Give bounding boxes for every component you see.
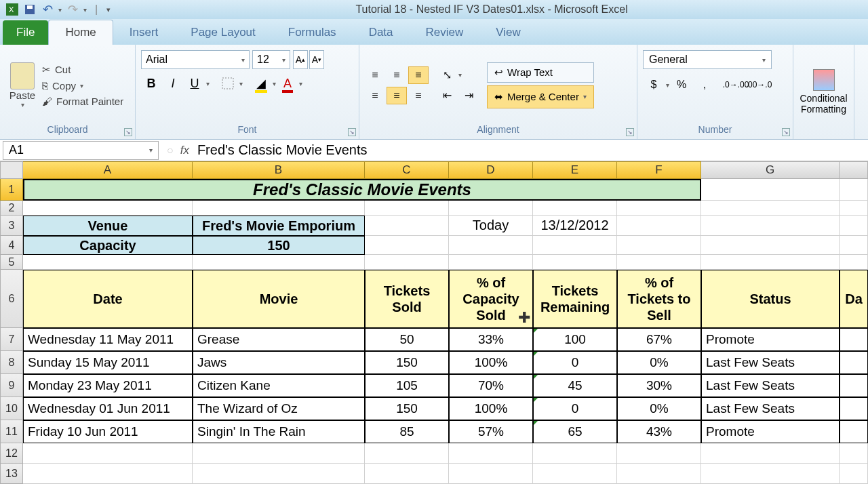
cell-movie-3[interactable]: The Wizard of Oz [193,397,365,420]
table-header-4[interactable]: Tickets Remaining [533,270,617,328]
cell-blank[interactable] [617,216,701,236]
row-header-9[interactable]: 9 [0,374,23,397]
conditional-formatting-icon[interactable] [813,69,835,91]
row-header-1[interactable]: 1 [0,179,23,201]
cell-status-2[interactable]: Last Few Seats [701,374,840,397]
cell-blank[interactable] [23,443,193,464]
cell-movie-4[interactable]: Singin' In The Rain [193,420,365,443]
cell-blank[interactable] [840,179,868,201]
col-header-E[interactable]: E [533,161,617,179]
cell-blank[interactable] [617,255,701,270]
cell-blank[interactable] [449,201,533,216]
cell-blank[interactable] [840,255,868,270]
cell-blank[interactable] [365,201,449,216]
col-header-D[interactable]: D [449,161,533,179]
cell-blank[interactable] [23,464,193,484]
col-header-F[interactable]: F [617,161,701,179]
paste-button[interactable]: Paste ▾ [5,60,39,111]
border-button[interactable] [218,73,238,94]
cell-sold-1[interactable]: 150 [365,351,449,374]
col-header-B[interactable]: B [193,161,365,179]
cell-pctsell-0[interactable]: 67% [617,328,701,351]
fx-icon[interactable]: fx [180,144,189,157]
cell-pctsell-4[interactable]: 43% [617,420,701,443]
align-bottom-button[interactable]: ≡ [408,66,429,84]
number-dialog-launcher[interactable]: ↘ [782,128,790,136]
cell-pct-2[interactable]: 70% [449,374,533,397]
cell-date-3[interactable]: Wednesday 01 Jun 2011 [23,397,193,420]
row-header-3[interactable]: 3 [0,216,23,236]
align-top-button[interactable]: ≡ [365,66,385,84]
cell-extra-4[interactable] [840,420,868,443]
redo-icon[interactable]: ↷ [66,3,79,16]
save-icon[interactable] [23,3,37,16]
cell-pct-1[interactable]: 100% [449,351,533,374]
cell-pct-3[interactable]: 100% [449,397,533,420]
row-header-12[interactable]: 12 [0,443,23,464]
accounting-button[interactable]: $ [643,75,665,95]
align-middle-button[interactable]: ≡ [387,66,407,84]
row-header-11[interactable]: 11 [0,420,23,443]
table-header-5[interactable]: % of Tickets to Sell [617,270,701,328]
tab-formulas[interactable]: Formulas [272,20,353,45]
file-tab[interactable]: File [3,20,48,45]
cell-blank[interactable] [23,255,193,270]
tab-review[interactable]: Review [410,20,480,45]
cell-sold-2[interactable]: 105 [365,374,449,397]
cell-date-2[interactable]: Monday 23 May 2011 [23,374,193,397]
decrease-indent-button[interactable]: ⇤ [437,87,457,104]
table-header-3[interactable]: % of Capacity Sold [449,270,533,328]
orientation-button[interactable]: ⤡ [437,66,457,84]
number-format-select[interactable]: General▾ [643,50,772,69]
cell-remain-4[interactable]: 65 [533,420,617,443]
cell-pct-4[interactable]: 57% [449,420,533,443]
cut-button[interactable]: ✂Cut [42,64,123,76]
cell-extra-1[interactable] [840,351,868,374]
row-header-10[interactable]: 10 [0,397,23,420]
cell-blank[interactable] [701,255,840,270]
row-header-7[interactable]: 7 [0,328,23,351]
cell-blank[interactable] [701,443,840,464]
cell-blank[interactable] [365,464,449,484]
cell-date-1[interactable]: Sunday 15 May 2011 [23,351,193,374]
percent-button[interactable]: % [671,75,692,95]
row-header-8[interactable]: 8 [0,351,23,374]
tab-data[interactable]: Data [353,20,410,45]
undo-icon[interactable]: ↶ [41,3,54,16]
clipboard-dialog-launcher[interactable]: ↘ [124,128,132,136]
cell-blank[interactable] [193,443,365,464]
venue-label[interactable]: Venue [23,216,193,236]
font-name-select[interactable]: Arial▾ [141,50,250,69]
cell-blank[interactable] [701,236,840,255]
cell-date-4[interactable]: Friday 10 Jun 2011 [23,420,193,443]
cell-blank[interactable] [617,464,701,484]
cell-status-0[interactable]: Promote [701,328,840,351]
cell-blank[interactable] [617,443,701,464]
cell-status-1[interactable]: Last Few Seats [701,351,840,374]
capacity-value[interactable]: 150 [193,236,365,255]
cell-blank[interactable] [449,236,533,255]
cell-blank[interactable] [701,216,840,236]
cell-blank[interactable] [701,179,840,201]
select-all-corner[interactable] [0,161,23,179]
undo-dropdown[interactable]: ▾ [58,6,62,14]
fill-color-button[interactable]: ◢ [251,73,271,94]
cell-blank[interactable] [449,255,533,270]
row-header-4[interactable]: 4 [0,236,23,255]
decrease-decimal-button[interactable]: .00→.0 [748,75,770,95]
cell-blank[interactable] [840,236,868,255]
qat-customize-icon[interactable]: ▾ [102,3,115,16]
cell-status-3[interactable]: Last Few Seats [701,397,840,420]
name-box[interactable]: A1▾ [3,141,159,160]
cell-blank[interactable] [449,464,533,484]
cell-blank[interactable] [840,216,868,236]
cell-sold-0[interactable]: 50 [365,328,449,351]
increase-decimal-button[interactable]: .0→.00 [725,75,747,95]
cell-blank[interactable] [449,443,533,464]
cell-blank[interactable] [617,236,701,255]
cell-extra-2[interactable] [840,374,868,397]
cell-blank[interactable] [617,201,701,216]
capacity-label[interactable]: Capacity [23,236,193,255]
cell-extra-3[interactable] [840,397,868,420]
cell-blank[interactable] [840,201,868,216]
